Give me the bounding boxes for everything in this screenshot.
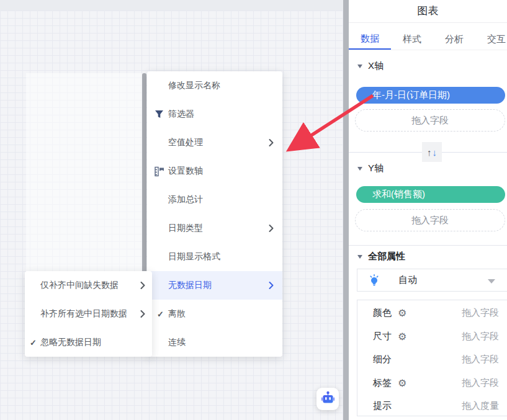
property-row-tooltip: 提示拖入度量 (357, 395, 507, 418)
robot-icon (321, 391, 335, 408)
menu-item-discrete-label: 离散 (168, 308, 186, 319)
divider (349, 50, 507, 50)
chevron-right-icon (269, 282, 274, 290)
submenu-item-fill-middle-missing-label: 仅补齐中间缺失数据 (40, 280, 119, 291)
menu-item-null-handling[interactable]: 空值处理 (147, 128, 282, 157)
property-drop-target-tooltip[interactable]: 拖入度量 (462, 400, 499, 412)
collapse-triangle-icon (357, 167, 362, 171)
property-label-group: 标签⚙ (373, 377, 406, 389)
drop-zone-label: 拖入字段 (411, 115, 449, 127)
property-drop-target-color[interactable]: 拖入字段 (462, 307, 499, 319)
submenu-item-fill-all-selected[interactable]: 补齐所有选中日期数据 (25, 300, 152, 328)
all-properties-section-header[interactable]: 全部属性 (357, 251, 405, 262)
app-window: 修改显示名称筛选器空值处理设置数轴添加总计日期类型日期显示格式无数据日期✓离散连… (0, 0, 507, 420)
swap-axes-button[interactable]: ↑ ↓ (422, 142, 442, 162)
menu-item-no-data-date[interactable]: 无数据日期 (147, 271, 282, 300)
property-label-size: 尺寸 (373, 331, 392, 342)
menu-item-date-format-label: 日期显示格式 (168, 251, 220, 262)
property-label-subdivide: 细分 (373, 354, 392, 365)
tab-analysis[interactable]: 分析 (433, 29, 475, 50)
canvas-top-strip (0, 0, 343, 11)
divider (349, 22, 507, 23)
tab-style[interactable]: 样式 (391, 29, 433, 50)
property-row-size: 尺寸⚙拖入字段 (357, 325, 507, 349)
property-label-label: 标签 (373, 377, 392, 389)
menu-item-discrete[interactable]: ✓离散 (147, 300, 282, 328)
menu-item-rename-display[interactable]: 修改显示名称 (147, 71, 282, 100)
menu-item-date-type-label: 日期类型 (168, 223, 203, 234)
chart-mode-value: 自动 (398, 274, 417, 286)
panel-tabs: 数据样式分析交互 (349, 29, 507, 50)
property-drop-target-subdivide[interactable]: 拖入字段 (462, 354, 499, 365)
canvas-scrollbar[interactable] (343, 0, 349, 420)
submenu-item-ignore-no-data-label: 忽略无数据日期 (40, 337, 101, 348)
property-row-label: 标签⚙拖入字段 (357, 372, 507, 395)
y-axis-drop-zone[interactable]: 拖入字段 (355, 209, 505, 231)
gear-icon[interactable]: ⚙ (398, 377, 406, 389)
chevron-right-icon (269, 139, 274, 147)
chevron-right-icon (269, 225, 274, 233)
x-axis-section-header[interactable]: X轴 (357, 60, 384, 72)
chevron-right-icon (140, 310, 145, 318)
chart-settings-panel: 图表 数据样式分析交互 X轴 年-月-日(订单日期) 拖入字段 ↑ ↓ Y轴 求… (349, 0, 507, 420)
property-row-color: 颜色⚙拖入字段 (357, 302, 507, 325)
axis-icon (153, 166, 165, 177)
property-label-group: 尺寸⚙ (373, 331, 406, 342)
property-label-group: 细分 (373, 354, 392, 365)
arrow-down-icon: ↓ (433, 147, 437, 158)
submenu-item-fill-middle-missing[interactable]: 仅补齐中间缺失数据 (25, 271, 152, 300)
property-label-group: 颜色⚙ (373, 307, 406, 319)
submenu-item-fill-all-selected-label: 补齐所有选中日期数据 (40, 308, 127, 319)
property-drop-target-size[interactable]: 拖入字段 (462, 331, 499, 342)
menu-item-filter[interactable]: 筛选器 (147, 100, 282, 128)
menu-item-continuous[interactable]: 连续 (147, 328, 282, 357)
chevron-right-icon (140, 282, 145, 290)
field-context-menu: 修改显示名称筛选器空值处理设置数轴添加总计日期类型日期显示格式无数据日期✓离散连… (147, 71, 282, 357)
tab-interaction[interactable]: 交互 (475, 29, 507, 50)
panel-title: 图表 (349, 4, 507, 18)
submenu-item-ignore-no-data[interactable]: ✓忽略无数据日期 (25, 328, 152, 357)
menu-item-add-total-label: 添加总计 (168, 194, 203, 205)
menu-item-date-format[interactable]: 日期显示格式 (147, 243, 282, 271)
y-axis-field-pill-label: 求和(销售额) (372, 189, 425, 200)
tab-data[interactable]: 数据 (349, 29, 391, 50)
y-axis-label: Y轴 (368, 163, 384, 174)
menu-item-set-axis-label: 设置数轴 (168, 166, 203, 177)
property-row-subdivide: 细分拖入字段 (357, 348, 507, 372)
no-data-date-submenu: 仅补齐中间缺失数据补齐所有选中日期数据✓忽略无数据日期 (25, 271, 152, 357)
y-axis-section-header[interactable]: Y轴 (357, 163, 384, 174)
gear-icon[interactable]: ⚙ (398, 307, 406, 319)
check-icon: ✓ (157, 310, 164, 319)
x-axis-field-pill-label: 年-月-日(订单日期) (372, 89, 450, 101)
collapse-triangle-icon (357, 65, 362, 68)
drop-zone-label: 拖入字段 (411, 215, 449, 226)
x-axis-field-pill[interactable]: 年-月-日(订单日期) (356, 87, 505, 104)
gear-icon[interactable]: ⚙ (398, 331, 406, 342)
menu-item-no-data-date-label: 无数据日期 (168, 280, 212, 291)
arrow-up-icon: ↑ (427, 147, 432, 158)
property-label-tooltip: 提示 (373, 400, 392, 412)
menu-item-set-axis[interactable]: 设置数轴 (147, 157, 282, 185)
all-properties-label: 全部属性 (368, 251, 405, 262)
property-label-group: 提示 (373, 400, 392, 412)
menu-item-rename-display-label: 修改显示名称 (168, 80, 220, 91)
check-icon: ✓ (30, 338, 37, 347)
menu-item-add-total[interactable]: 添加总计 (147, 185, 282, 214)
chart-mode-dropdown[interactable]: 自动 (357, 269, 507, 292)
chevron-down-icon (488, 279, 495, 284)
ai-assistant-button[interactable] (316, 388, 339, 410)
menu-item-filter-label: 筛选器 (168, 109, 194, 120)
menu-item-continuous-label: 连续 (168, 337, 186, 348)
lightbulb-icon (369, 274, 380, 286)
y-axis-field-pill[interactable]: 求和(销售额) (356, 186, 505, 203)
x-axis-drop-zone[interactable]: 拖入字段 (355, 109, 505, 132)
property-label-color: 颜色 (373, 307, 392, 319)
divider (349, 245, 507, 246)
filter-icon (153, 109, 165, 120)
x-axis-label: X轴 (368, 60, 384, 72)
menu-item-null-handling-label: 空值处理 (168, 137, 203, 148)
properties-box: 颜色⚙拖入字段尺寸⚙拖入字段细分拖入字段标签⚙拖入字段提示拖入度量 (357, 300, 507, 416)
menu-item-date-type[interactable]: 日期类型 (147, 214, 282, 243)
property-drop-target-label[interactable]: 拖入字段 (462, 377, 499, 389)
collapse-triangle-icon (357, 255, 362, 259)
